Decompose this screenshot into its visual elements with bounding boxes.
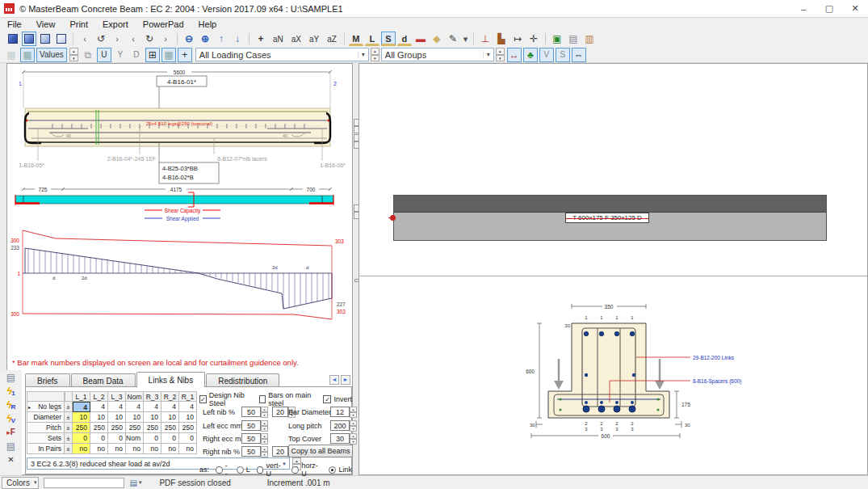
supports-icon[interactable]: ⊥ bbox=[478, 32, 493, 46]
links-cell[interactable]: no bbox=[179, 444, 197, 454]
links-column-header[interactable]: Nom bbox=[126, 391, 144, 402]
minimize-button[interactable]: – bbox=[790, 0, 816, 18]
links-cell[interactable]: no bbox=[126, 444, 144, 454]
links-row-label[interactable]: In Pairs bbox=[27, 444, 65, 454]
links-cell[interactable]: 10 bbox=[179, 412, 197, 423]
spin-up-icon[interactable]: ▴ bbox=[371, 48, 379, 55]
top-cover-spinner[interactable]: ▴▾ bbox=[350, 433, 357, 444]
copy-to-all-beams-button[interactable]: Copy to all Beams bbox=[288, 445, 353, 457]
deflection-diagram-button[interactable]: d bbox=[397, 32, 412, 46]
moment-diagram-button[interactable]: M bbox=[349, 32, 363, 46]
links-column-header[interactable]: L_2 bbox=[90, 391, 108, 402]
links-cell[interactable]: 250 bbox=[144, 423, 161, 433]
fit-width-icon[interactable]: ↔ bbox=[507, 48, 522, 62]
links-cell[interactable]: 0 bbox=[108, 433, 126, 444]
links-cell[interactable]: 250 bbox=[161, 423, 179, 433]
span-arrows-icon[interactable]: ⇔ bbox=[572, 48, 586, 62]
links-cell[interactable]: no bbox=[108, 444, 126, 454]
print-drawing-icon[interactable]: ▤ bbox=[2, 370, 20, 384]
loads-icon[interactable]: ▙ bbox=[494, 32, 509, 46]
grid-toggle-icon[interactable]: ▦ bbox=[4, 48, 19, 62]
radio-selected-icon[interactable] bbox=[329, 466, 336, 474]
top-cover-input[interactable]: 30 bbox=[330, 433, 350, 444]
release-icon[interactable]: ↦ bbox=[510, 32, 525, 46]
label-n-button[interactable]: aN bbox=[270, 32, 287, 46]
left-ecc-input[interactable]: 50 bbox=[241, 420, 261, 431]
checkbox-checked-icon[interactable]: ✓ bbox=[323, 395, 331, 403]
links-cell[interactable]: 10 bbox=[144, 412, 161, 423]
add-node-icon[interactable]: + bbox=[254, 32, 268, 46]
design-nib-steel-checkbox[interactable]: ✓Design Nib Steel bbox=[199, 391, 254, 407]
colors-select[interactable]: Colors ▾ bbox=[2, 477, 39, 489]
spin-up-icon[interactable]: ▴ bbox=[496, 48, 505, 55]
chevron-down-icon[interactable]: ▾ bbox=[358, 51, 368, 58]
shear-diagram-button[interactable]: S bbox=[381, 32, 396, 46]
menu-help[interactable]: Help bbox=[191, 19, 224, 29]
right-nib-input2[interactable]: 20 bbox=[272, 446, 288, 457]
calc-1-button[interactable]: ϟ1 bbox=[2, 384, 20, 398]
table-toggle-icon[interactable]: ▦ bbox=[20, 48, 35, 62]
links-row-spinner[interactable]: ± bbox=[65, 423, 73, 433]
links-cell[interactable]: 0 bbox=[90, 433, 108, 444]
spin-left-button[interactable]: ‹ bbox=[126, 32, 140, 46]
run-f-button[interactable]: ▸F bbox=[2, 425, 20, 439]
grid-left-icon[interactable]: ⊞ bbox=[145, 48, 160, 62]
tab-beam-data[interactable]: Beam Data bbox=[71, 373, 136, 387]
rotate-left-button[interactable]: ‹ bbox=[78, 32, 92, 46]
values-toggle-button[interactable]: Values bbox=[36, 48, 67, 62]
view-solid-cube-button[interactable] bbox=[6, 32, 20, 46]
close-panel-icon[interactable]: ✕ bbox=[2, 453, 20, 466]
links-cell[interactable]: 250 bbox=[179, 423, 197, 433]
rotate-right-button[interactable]: › bbox=[110, 32, 124, 46]
edit-check-icon[interactable]: ✎ bbox=[446, 32, 460, 46]
charts-icon[interactable]: ▥ bbox=[582, 32, 597, 46]
links-cell[interactable]: 250 bbox=[126, 423, 144, 433]
rotate-y-icon[interactable]: ↺ bbox=[94, 32, 108, 46]
links-cell[interactable]: 10 bbox=[90, 412, 108, 423]
links-cell[interactable]: 250 bbox=[90, 423, 108, 433]
menu-export[interactable]: Export bbox=[95, 19, 136, 29]
right-nib-spinner[interactable]: ▴▾ bbox=[261, 446, 268, 457]
links-cell[interactable]: no bbox=[144, 444, 161, 454]
links-cell[interactable]: no bbox=[161, 444, 179, 454]
close-button[interactable]: ✕ bbox=[842, 0, 868, 18]
radio-icon[interactable] bbox=[257, 466, 264, 474]
spin-down-icon[interactable]: ▾ bbox=[496, 55, 505, 62]
shear-diagram[interactable]: 300 233 1 300 303 227 303 d 2d 2d d bbox=[7, 226, 352, 327]
label-y-button[interactable]: aY bbox=[306, 32, 322, 46]
v-toggle-button[interactable]: V bbox=[539, 48, 554, 62]
left-nib-spinner[interactable]: ▴▾ bbox=[261, 407, 268, 417]
links-row-spinner[interactable]: ± bbox=[65, 444, 73, 454]
links-cell[interactable]: 0 bbox=[144, 433, 161, 444]
links-cell[interactable]: 0 bbox=[161, 433, 179, 444]
invert-checkbox[interactable]: ✓Invert bbox=[323, 391, 352, 407]
spin-up-icon[interactable]: ▴ bbox=[69, 48, 78, 55]
radio-icon[interactable] bbox=[291, 466, 299, 474]
load-diagram-button[interactable]: L bbox=[365, 32, 379, 46]
links-cell[interactable]: 4 bbox=[144, 402, 161, 412]
menu-print[interactable]: Print bbox=[62, 19, 95, 29]
long-pitch-spinner[interactable]: ▴▾ bbox=[350, 420, 357, 431]
bar-diameter-input[interactable]: 12 bbox=[330, 407, 350, 417]
tab-links-nibs[interactable]: Links & Nibs bbox=[136, 372, 206, 387]
chevron-down-icon[interactable]: ▾ bbox=[34, 479, 37, 486]
long-pitch-input[interactable]: 200 bbox=[330, 420, 350, 431]
add-case-icon[interactable]: + bbox=[178, 48, 192, 62]
tab-briefs[interactable]: Briefs bbox=[25, 373, 70, 387]
rotate-z-icon[interactable]: ↻ bbox=[142, 32, 157, 46]
loading-cases-spinner[interactable]: ▴▾ bbox=[371, 48, 379, 61]
pan-up-icon[interactable]: ↑ bbox=[214, 32, 229, 46]
bar-diameter-spinner[interactable]: ▴▾ bbox=[350, 407, 357, 417]
zoom-out-icon[interactable]: ⊖ bbox=[182, 32, 196, 46]
checkbox-checked-icon[interactable]: ✓ bbox=[199, 395, 207, 403]
radio-icon[interactable] bbox=[237, 466, 244, 474]
beam-size-tag[interactable]: T 600x175 F 350x125 D bbox=[565, 213, 649, 223]
groups-select[interactable]: All Groups ▾ bbox=[381, 48, 494, 61]
label-x-button[interactable]: aX bbox=[288, 32, 304, 46]
u-toggle-button[interactable]: U bbox=[97, 48, 111, 62]
links-cell[interactable]: 10 bbox=[108, 412, 126, 423]
prev-beam-arrow-icon[interactable]: ◄ bbox=[329, 375, 339, 385]
links-cell[interactable]: 4 bbox=[108, 402, 126, 412]
links-cell[interactable]: 250 bbox=[108, 423, 126, 433]
chevron-down-icon[interactable]: ▾ bbox=[139, 479, 142, 486]
